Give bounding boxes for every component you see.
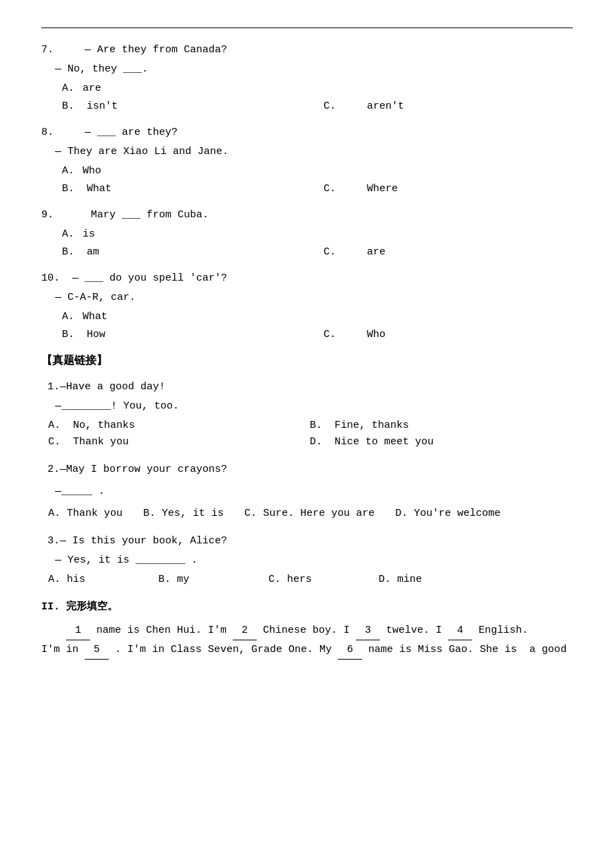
zt-q2-optA: A. Thank you — [48, 506, 123, 522]
zt-q3-prompt: 3.— Is this your book, Alice? — [41, 533, 573, 550]
zt-q3-opts-row: A. his B. my C. hers D. mine — [48, 572, 573, 588]
top-divider — [41, 28, 573, 28]
zt-q2-options: A. Thank you B. Yes, it is C. Sure. Here… — [48, 506, 573, 522]
zt-q1-optCD: C. Thank you D. Nice to meet you — [48, 434, 573, 451]
q7-optBC: B. isn't C. aren't — [62, 98, 573, 115]
q7-options: A. are B. isn't C. aren't — [62, 80, 573, 115]
question-10: 10. — ___ do you spell 'car'? — C-A-R, c… — [41, 270, 573, 343]
q7-response: — No, they ___. — [55, 61, 573, 78]
zt-q3-response: — Yes, it is ________ . — [55, 552, 573, 569]
q9-optA: A. is — [62, 226, 573, 243]
q10-optA: A. What — [62, 309, 573, 325]
zt-q1-optAB: A. No, thanks B. Fine, thanks — [48, 417, 573, 434]
q8-optBC: B. What C. Where — [62, 181, 573, 197]
zt-q2-optC: C. Sure. Here you are — [244, 506, 374, 522]
q10-options: A. What B. How C. Who — [62, 309, 573, 343]
q8-prompt: 8. — ___ are they? — [41, 124, 573, 141]
zt-q3-optA: A. his — [48, 572, 158, 588]
zt-q1-response: —________! You, too. — [55, 398, 573, 415]
q9-options: A. is B. am C. are — [62, 226, 573, 261]
q8-optA: A. Who — [62, 163, 573, 180]
zhentic-q3: 3.— Is this your book, Alice? — Yes, it … — [41, 533, 573, 588]
zt-q3-optB: B. my — [158, 572, 268, 588]
q9-prompt: 9. Mary ___ from Cuba. — [41, 207, 573, 224]
section2-paragraph: 1 name is Chen Hui. I'm 2 Chinese boy. I… — [41, 621, 573, 660]
question-9: 9. Mary ___ from Cuba. A. is B. am C. ar… — [41, 207, 573, 261]
zt-q1-prompt: 1.—Have a good day! — [41, 379, 573, 395]
q10-response: — C-A-R, car. — [55, 290, 573, 306]
q8-options: A. Who B. What C. Where — [62, 163, 573, 197]
zt-q1-options: A. No, thanks B. Fine, thanks C. Thank y… — [48, 417, 573, 451]
zhentic-q1: 1.—Have a good day! —________! You, too.… — [41, 379, 573, 451]
q9-optBC: B. am C. are — [62, 244, 573, 261]
zt-q2-optD: D. You're welcome — [395, 506, 500, 522]
question-7: 7. — Are they from Canada? — No, they __… — [41, 42, 573, 115]
zt-q3-optC: C. hers — [268, 572, 379, 588]
question-8: 8. — ___ are they? — They are Xiao Li an… — [41, 124, 573, 197]
zt-q2-response: —_____ . — [55, 484, 573, 500]
zt-q2-opts-row: A. Thank you B. Yes, it is C. Sure. Here… — [48, 506, 573, 522]
zt-q2-optB: B. Yes, it is — [143, 506, 224, 522]
q7-prompt: 7. — Are they from Canada? — [41, 42, 573, 58]
zhentic-header: 【真题链接】 — [41, 353, 573, 371]
q10-optBC: B. How C. Who — [62, 327, 573, 343]
zt-q3-optD: D. mine — [379, 572, 422, 588]
q7-optA: A. are — [62, 80, 573, 97]
q8-response: — They are Xiao Li and Jane. — [55, 144, 573, 160]
zhentic-q2: 2.—May I borrow your crayons? —_____ . A… — [41, 462, 573, 522]
zt-q2-prompt: 2.—May I borrow your crayons? — [41, 462, 573, 478]
q10-prompt: 10. — ___ do you spell 'car'? — [41, 270, 573, 287]
section2-header: II. 完形填空。 — [41, 599, 573, 616]
zt-q3-options: A. his B. my C. hers D. mine — [48, 572, 573, 588]
